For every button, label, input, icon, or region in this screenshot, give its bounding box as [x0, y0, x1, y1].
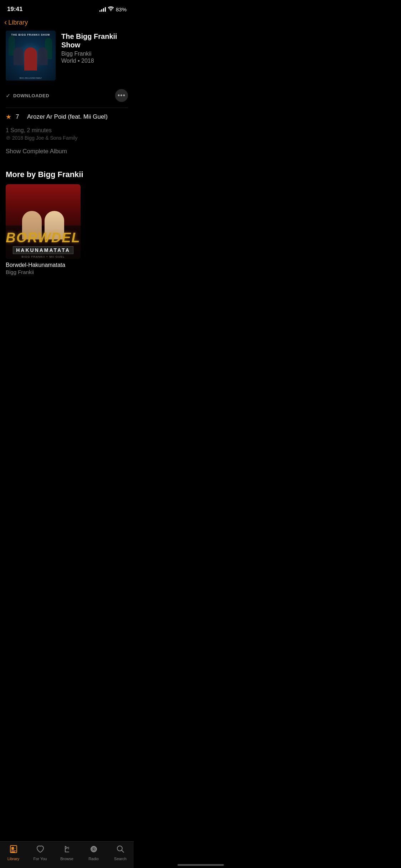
album-art: THE BIGG FRANKII SHOW BIGG JOE & SONS FA…: [6, 31, 56, 81]
status-icons: 83%: [99, 6, 127, 12]
album-art-credits: BIGG JOE & SONS FAMILY: [6, 77, 56, 79]
star-icon: ★: [6, 113, 11, 121]
album-art-title-text: THE BIGG FRANKII SHOW: [6, 33, 56, 36]
borwdel-main-text: BORWDEL: [6, 230, 81, 246]
checkmark-icon: ✓: [6, 92, 10, 99]
related-album-artist: Bigg Frankii: [6, 269, 128, 275]
show-complete-album-button[interactable]: Show Complete Album: [6, 146, 128, 162]
more-by-title: More by Bigg Frankii: [6, 170, 128, 179]
more-dots-icon: •••: [118, 92, 125, 99]
album-info: The Bigg Frankii Show Bigg Frankii World…: [61, 31, 128, 64]
wifi-icon: [108, 6, 114, 12]
borwdel-text: BORWDEL HAKUNAMATATA: [6, 230, 81, 254]
album-artist: Bigg Frankii: [61, 51, 128, 57]
song-count: 1 Song, 2 minutes: [6, 127, 128, 134]
related-album-art: BORWDEL HAKUNAMATATA BIGG FRANKII + MII …: [6, 184, 81, 259]
song-copyright: ℗ 2018 Bigg Joe & Sons Family: [6, 135, 128, 141]
song-info: 1 Song, 2 minutes ℗ 2018 Bigg Joe & Sons…: [0, 126, 134, 164]
bottom-spacer: [0, 275, 134, 311]
related-album-name: Borwdel-Hakunamatata: [6, 262, 128, 268]
downloaded-label: DOWNLOADED: [13, 93, 49, 98]
back-chevron-icon: ‹: [4, 19, 7, 26]
back-button[interactable]: ‹ Library: [0, 16, 134, 31]
status-bar: 19:41 83%: [0, 0, 134, 16]
battery-indicator: 83%: [116, 6, 127, 12]
more-options-button[interactable]: •••: [115, 89, 128, 102]
album-title: The Bigg Frankii Show: [61, 32, 128, 49]
back-label: Library: [8, 19, 28, 26]
downloaded-row: ✓ DOWNLOADED •••: [0, 86, 134, 108]
status-time: 19:41: [7, 6, 22, 13]
album-header: THE BIGG FRANKII SHOW BIGG JOE & SONS FA…: [0, 31, 134, 86]
borwdel-sub-text: HAKUNAMATATA: [13, 246, 73, 254]
track-number: 7: [16, 113, 23, 120]
borwdel-credits: BIGG FRANKII + MII GUEL: [6, 255, 81, 258]
album-meta: World • 2018: [61, 58, 128, 64]
album-silhouettes: [6, 47, 56, 71]
track-row[interactable]: ★ 7 Arozer Ar Poid (feat. Mii Guel): [0, 108, 134, 126]
downloaded-badge: ✓ DOWNLOADED: [6, 92, 49, 99]
related-album-borwdel[interactable]: BORWDEL HAKUNAMATATA BIGG FRANKII + MII …: [6, 184, 128, 275]
track-name: Arozer Ar Poid (feat. Mii Guel): [27, 113, 128, 120]
signal-icon: [99, 7, 106, 12]
more-by-section: More by Bigg Frankii BORWDEL HAKUNAMATAT…: [0, 164, 134, 275]
